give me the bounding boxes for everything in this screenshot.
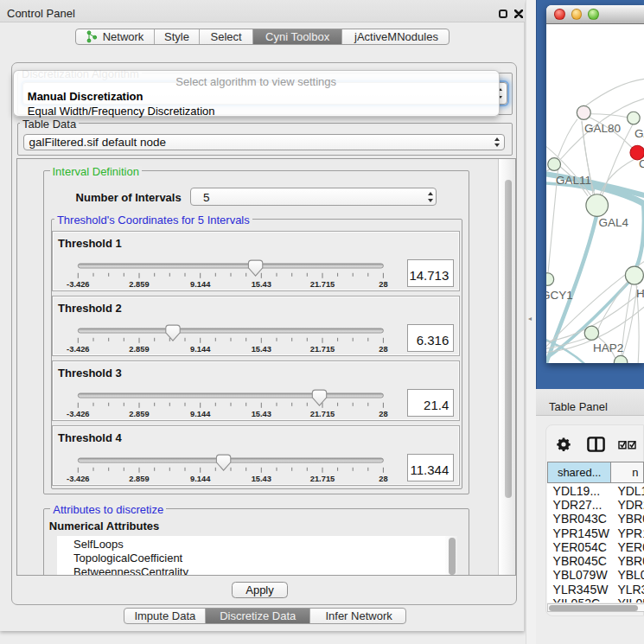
svg-text:9.144: 9.144 xyxy=(190,280,211,289)
svg-text:2.859: 2.859 xyxy=(129,280,149,289)
svg-text:GAL3: GAL3 xyxy=(634,126,644,139)
svg-text:15.43: 15.43 xyxy=(252,345,271,354)
svg-text:9.144: 9.144 xyxy=(190,475,211,483)
svg-text:-3.426: -3.426 xyxy=(67,280,89,289)
svg-text:GAL80: GAL80 xyxy=(584,121,621,134)
svg-text:GAL4: GAL4 xyxy=(599,215,629,228)
svg-text:15.43: 15.43 xyxy=(252,280,271,289)
svg-text:2.859: 2.859 xyxy=(129,475,149,483)
svg-text:28: 28 xyxy=(379,345,387,354)
svg-text:-3.426: -3.426 xyxy=(67,475,89,483)
svg-text:2.859: 2.859 xyxy=(129,345,149,354)
svg-text:21.715: 21.715 xyxy=(310,410,335,418)
svg-text:GCY1: GCY1 xyxy=(546,288,573,301)
svg-text:28: 28 xyxy=(379,280,387,289)
svg-text:28: 28 xyxy=(379,475,387,483)
svg-text:GAL11: GAL11 xyxy=(556,174,591,187)
svg-text:15.43: 15.43 xyxy=(252,410,271,418)
svg-text:15.43: 15.43 xyxy=(252,475,271,483)
svg-text:CY: CY xyxy=(639,156,644,169)
svg-text:2.859: 2.859 xyxy=(129,410,149,418)
svg-text:21.715: 21.715 xyxy=(310,280,335,289)
svg-text:21.715: 21.715 xyxy=(310,345,335,354)
svg-text:HAP2: HAP2 xyxy=(593,341,623,354)
svg-text:21.715: 21.715 xyxy=(310,475,335,483)
svg-text:-3.426: -3.426 xyxy=(67,410,89,418)
svg-text:28: 28 xyxy=(379,410,387,418)
svg-text:9.144: 9.144 xyxy=(190,410,211,418)
svg-text:9.144: 9.144 xyxy=(190,345,211,354)
svg-text:HIS4: HIS4 xyxy=(636,286,644,299)
svg-text:-3.426: -3.426 xyxy=(67,345,89,354)
